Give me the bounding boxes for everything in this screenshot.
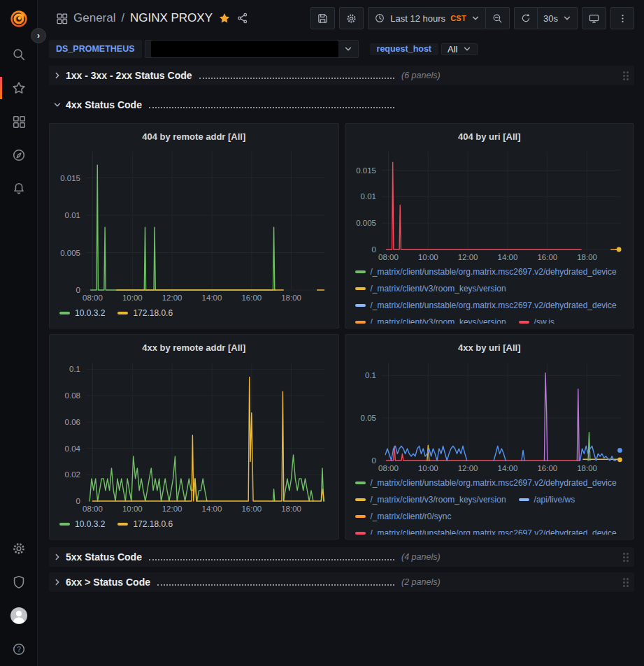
legend-row: /_matrix/client/unstable/org.matrix.msc2… [355,525,630,535]
svg-text:0.015: 0.015 [60,174,80,182]
dashboard-settings-button[interactable] [339,7,364,29]
legend-item[interactable]: /_matrix/client/unstable/org.matrix.msc2… [355,478,617,488]
series-label: 172.18.0.6 [133,519,173,529]
row-panel-count: (6 panels) [401,71,441,80]
svg-text:12:00: 12:00 [457,464,478,472]
request-host-dropdown[interactable]: All [441,43,478,55]
legend-item[interactable]: 172.18.0.6 [117,308,173,318]
panel-4xx-by-remote-addr: 4xx by remote addr [All] 08:0010:0012:00… [49,334,339,540]
sidebar-item-server-admin[interactable] [0,565,38,599]
row-drag-handle[interactable] [622,551,630,563]
tv-mode-button[interactable] [582,7,606,29]
sidebar-item-help[interactable]: ? [0,632,38,666]
series-color-swatch [117,312,128,314]
svg-text:0.005: 0.005 [356,219,376,227]
row-drag-handle[interactable] [622,577,630,588]
row-left: 4xx Status Code [52,99,401,110]
svg-text:0.01: 0.01 [65,211,80,219]
share-icon[interactable] [236,12,249,24]
legend-item[interactable]: 10.0.3.2 [59,308,105,318]
panel-legend: 10.0.3.2172.18.0.6 [54,515,334,535]
row-header-1xx-3xx-2xx[interactable]: 1xx - 3xx - 2xx Status Code (6 panels) [49,66,634,85]
time-range-picker[interactable]: Last 12 hours CST [368,7,486,29]
row-drag-handle[interactable] [622,70,630,82]
timeseries-chart[interactable]: 08:0010:0012:0014:0016:0018:0000.0050.01… [54,146,334,304]
svg-text:0.005: 0.005 [60,249,80,257]
legend-item[interactable]: /sw.js [519,317,554,324]
sidebar-item-alerting[interactable] [0,172,38,205]
row-header-4xx[interactable]: 4xx Status Code [49,95,634,115]
variable-label: request_host [370,43,439,55]
main-content: General / NGINX PROXY [38,0,644,666]
panel-legend: /_matrix/client/unstable/org.matrix.msc2… [350,475,630,535]
svg-text:08:00: 08:00 [378,464,399,472]
legend-item[interactable]: /_matrix/client/unstable/org.matrix.msc2… [355,301,617,310]
timezone-label: CST [450,14,466,22]
legend-item[interactable]: /_matrix/client/v3/room_keys/version [355,495,506,505]
svg-text:12:00: 12:00 [457,253,478,261]
datasource-dropdown[interactable] [145,40,359,58]
dashboard-title[interactable]: NGINX PROXY [130,11,213,25]
panel-title[interactable]: 404 by uri [All] [350,126,630,146]
row-header-5xx[interactable]: 5xx Status Code (4 panels) [49,547,634,567]
chevron-down-icon [471,14,480,22]
timeseries-chart[interactable]: 08:0010:0012:0014:0016:0018:0000.050.1 [350,357,630,475]
legend-item[interactable]: /_matrix/client/unstable/org.matrix.msc2… [355,528,617,535]
sidebar-item-profile[interactable] [0,599,38,632]
chevron-right-icon [53,71,62,80]
svg-text:10:00: 10:00 [122,505,143,513]
panel-title[interactable]: 4xx by remote addr [All] [54,338,334,357]
series-color-swatch [355,321,366,324]
nav-actions: Last 12 hours CST [310,7,634,29]
svg-text:0.04: 0.04 [65,444,81,453]
timeseries-chart[interactable]: 08:0010:0012:0014:0016:0018:0000.020.040… [54,357,334,515]
refresh-interval-dropdown[interactable]: 30s [538,7,578,29]
series-label: /_matrix/client/v3/room_keys/version [371,284,506,294]
legend-item[interactable]: /_matrix/client/r0/sync [355,512,452,521]
legend-item[interactable]: 10.0.3.2 [59,519,105,529]
row-dotted-leader [199,78,394,79]
sidebar-item-configuration[interactable] [0,532,38,565]
series-color-swatch [355,515,366,518]
panel-title[interactable]: 4xx by uri [All] [350,338,630,357]
sidebar-item-starred[interactable] [0,71,38,105]
legend-row: /_matrix/client/v3/room_keys/version [355,280,630,297]
row-header-6xx[interactable]: 6xx > Status Code (2 panels) [49,572,634,592]
series-label: /_matrix/client/v3/room_keys/version [371,495,506,505]
breadcrumb-section[interactable]: General [73,11,115,25]
sidebar-expand-button[interactable]: › [31,28,46,43]
time-range-label: Last 12 hours [390,13,445,24]
refresh-button[interactable] [514,7,538,29]
panel-legend: 10.0.3.2172.18.0.6 [54,304,334,324]
svg-text:14:00: 14:00 [497,464,517,472]
sidebar-item-search[interactable] [0,38,38,71]
legend-item[interactable]: /api/live/ws [519,495,575,505]
row-panel-count: (2 panels) [401,577,441,587]
save-dashboard-button[interactable] [310,7,335,29]
sidebar-item-explore[interactable] [0,138,38,172]
row-title: 4xx Status Code [66,99,142,110]
favorite-star-icon[interactable] [218,12,231,24]
legend-item[interactable]: /_matrix/client/v3/room_keys/version [355,317,506,324]
legend-item[interactable]: 172.18.0.6 [117,519,173,529]
series-label: /_matrix/client/unstable/org.matrix.msc2… [371,528,617,535]
more-options-button[interactable] [610,7,634,29]
series-color-swatch [355,304,366,307]
svg-text:12:00: 12:00 [162,294,183,302]
svg-text:0.05: 0.05 [360,414,375,422]
chart-svg: 08:0010:0012:0014:0016:0018:0000.020.040… [54,357,334,515]
timeseries-chart[interactable]: 08:0010:0012:0014:0016:0018:0000.0050.01… [350,146,630,263]
legend-row: /_matrix/client/v3/room_keys/version/sw.… [355,314,630,324]
zoom-out-button[interactable] [486,7,510,29]
sidebar-item-dashboards[interactable] [0,105,38,138]
legend-row: /_matrix/client/unstable/org.matrix.msc2… [355,297,630,314]
panel-4xx-by-uri: 4xx by uri [All] 08:0010:0012:0014:0016:… [345,334,635,540]
row-dotted-leader [149,559,394,560]
legend-item[interactable]: /_matrix/client/unstable/org.matrix.msc2… [355,267,617,277]
legend-item[interactable]: /_matrix/client/v3/room_keys/version [355,284,506,294]
series-color-swatch [355,532,366,535]
chevron-right-icon [53,553,62,561]
shield-icon [11,574,27,590]
panel-title[interactable]: 404 by remote addr [All] [54,126,334,146]
variables-submenu: DS_PROMETHEUS request_host All [49,38,634,60]
